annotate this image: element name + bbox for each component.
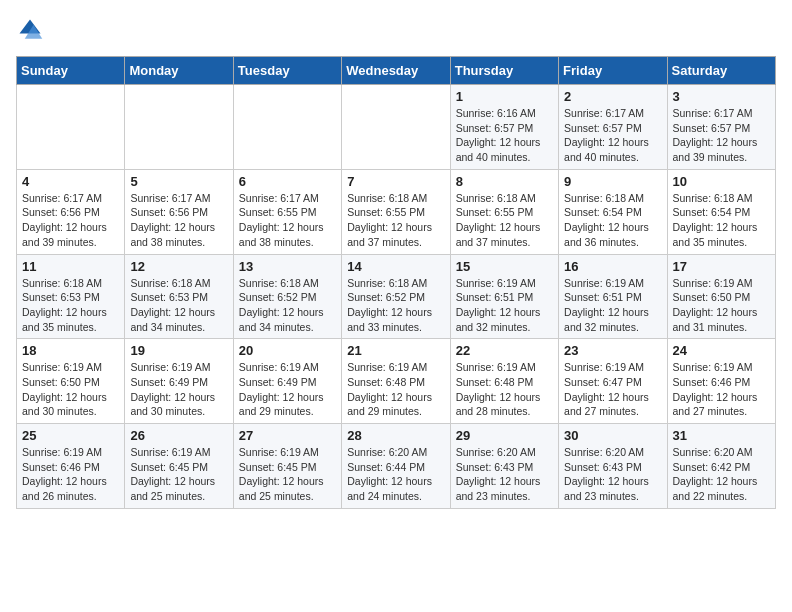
day-info: Sunrise: 6:19 AM Sunset: 6:48 PM Dayligh… [347,360,444,419]
calendar-cell: 10Sunrise: 6:18 AM Sunset: 6:54 PM Dayli… [667,169,775,254]
calendar-cell: 20Sunrise: 6:19 AM Sunset: 6:49 PM Dayli… [233,339,341,424]
day-number: 15 [456,259,553,274]
calendar-cell: 17Sunrise: 6:19 AM Sunset: 6:50 PM Dayli… [667,254,775,339]
day-info: Sunrise: 6:17 AM Sunset: 6:55 PM Dayligh… [239,191,336,250]
calendar-cell: 4Sunrise: 6:17 AM Sunset: 6:56 PM Daylig… [17,169,125,254]
day-info: Sunrise: 6:19 AM Sunset: 6:45 PM Dayligh… [130,445,227,504]
day-info: Sunrise: 6:18 AM Sunset: 6:52 PM Dayligh… [347,276,444,335]
header [16,16,776,44]
weekday-header-friday: Friday [559,57,667,85]
calendar-cell: 8Sunrise: 6:18 AM Sunset: 6:55 PM Daylig… [450,169,558,254]
calendar-cell: 30Sunrise: 6:20 AM Sunset: 6:43 PM Dayli… [559,424,667,509]
calendar-cell: 25Sunrise: 6:19 AM Sunset: 6:46 PM Dayli… [17,424,125,509]
calendar-week-row: 4Sunrise: 6:17 AM Sunset: 6:56 PM Daylig… [17,169,776,254]
calendar-week-row: 1Sunrise: 6:16 AM Sunset: 6:57 PM Daylig… [17,85,776,170]
day-info: Sunrise: 6:19 AM Sunset: 6:48 PM Dayligh… [456,360,553,419]
day-number: 31 [673,428,770,443]
day-number: 17 [673,259,770,274]
day-info: Sunrise: 6:20 AM Sunset: 6:42 PM Dayligh… [673,445,770,504]
day-number: 2 [564,89,661,104]
day-number: 8 [456,174,553,189]
calendar-cell: 3Sunrise: 6:17 AM Sunset: 6:57 PM Daylig… [667,85,775,170]
day-number: 24 [673,343,770,358]
day-number: 19 [130,343,227,358]
logo [16,16,48,44]
calendar-week-row: 25Sunrise: 6:19 AM Sunset: 6:46 PM Dayli… [17,424,776,509]
day-number: 20 [239,343,336,358]
day-info: Sunrise: 6:16 AM Sunset: 6:57 PM Dayligh… [456,106,553,165]
day-number: 1 [456,89,553,104]
day-info: Sunrise: 6:19 AM Sunset: 6:49 PM Dayligh… [130,360,227,419]
calendar-cell: 9Sunrise: 6:18 AM Sunset: 6:54 PM Daylig… [559,169,667,254]
calendar-week-row: 11Sunrise: 6:18 AM Sunset: 6:53 PM Dayli… [17,254,776,339]
calendar-cell [17,85,125,170]
day-info: Sunrise: 6:18 AM Sunset: 6:55 PM Dayligh… [347,191,444,250]
calendar-table: SundayMondayTuesdayWednesdayThursdayFrid… [16,56,776,509]
calendar-cell: 14Sunrise: 6:18 AM Sunset: 6:52 PM Dayli… [342,254,450,339]
calendar-cell: 31Sunrise: 6:20 AM Sunset: 6:42 PM Dayli… [667,424,775,509]
day-info: Sunrise: 6:19 AM Sunset: 6:47 PM Dayligh… [564,360,661,419]
weekday-header-saturday: Saturday [667,57,775,85]
calendar-cell: 21Sunrise: 6:19 AM Sunset: 6:48 PM Dayli… [342,339,450,424]
day-info: Sunrise: 6:18 AM Sunset: 6:54 PM Dayligh… [673,191,770,250]
day-number: 7 [347,174,444,189]
day-number: 21 [347,343,444,358]
weekday-header-sunday: Sunday [17,57,125,85]
day-info: Sunrise: 6:17 AM Sunset: 6:56 PM Dayligh… [22,191,119,250]
weekday-header-tuesday: Tuesday [233,57,341,85]
day-info: Sunrise: 6:18 AM Sunset: 6:53 PM Dayligh… [22,276,119,335]
calendar-cell [233,85,341,170]
day-info: Sunrise: 6:19 AM Sunset: 6:46 PM Dayligh… [22,445,119,504]
day-number: 9 [564,174,661,189]
weekday-header-monday: Monday [125,57,233,85]
calendar-cell: 28Sunrise: 6:20 AM Sunset: 6:44 PM Dayli… [342,424,450,509]
calendar-cell [342,85,450,170]
day-info: Sunrise: 6:19 AM Sunset: 6:50 PM Dayligh… [673,276,770,335]
calendar-cell: 1Sunrise: 6:16 AM Sunset: 6:57 PM Daylig… [450,85,558,170]
day-info: Sunrise: 6:18 AM Sunset: 6:52 PM Dayligh… [239,276,336,335]
weekday-header-thursday: Thursday [450,57,558,85]
day-info: Sunrise: 6:19 AM Sunset: 6:50 PM Dayligh… [22,360,119,419]
day-number: 16 [564,259,661,274]
day-info: Sunrise: 6:17 AM Sunset: 6:56 PM Dayligh… [130,191,227,250]
calendar-cell: 16Sunrise: 6:19 AM Sunset: 6:51 PM Dayli… [559,254,667,339]
calendar-cell: 15Sunrise: 6:19 AM Sunset: 6:51 PM Dayli… [450,254,558,339]
day-info: Sunrise: 6:17 AM Sunset: 6:57 PM Dayligh… [564,106,661,165]
calendar-body: 1Sunrise: 6:16 AM Sunset: 6:57 PM Daylig… [17,85,776,509]
calendar-cell: 23Sunrise: 6:19 AM Sunset: 6:47 PM Dayli… [559,339,667,424]
calendar-cell: 11Sunrise: 6:18 AM Sunset: 6:53 PM Dayli… [17,254,125,339]
day-info: Sunrise: 6:17 AM Sunset: 6:57 PM Dayligh… [673,106,770,165]
calendar-cell [125,85,233,170]
day-number: 11 [22,259,119,274]
day-info: Sunrise: 6:19 AM Sunset: 6:51 PM Dayligh… [456,276,553,335]
day-number: 18 [22,343,119,358]
day-info: Sunrise: 6:20 AM Sunset: 6:44 PM Dayligh… [347,445,444,504]
day-number: 13 [239,259,336,274]
day-info: Sunrise: 6:19 AM Sunset: 6:51 PM Dayligh… [564,276,661,335]
day-number: 3 [673,89,770,104]
weekday-header-wednesday: Wednesday [342,57,450,85]
day-info: Sunrise: 6:19 AM Sunset: 6:46 PM Dayligh… [673,360,770,419]
day-info: Sunrise: 6:19 AM Sunset: 6:45 PM Dayligh… [239,445,336,504]
day-number: 27 [239,428,336,443]
day-number: 14 [347,259,444,274]
day-info: Sunrise: 6:19 AM Sunset: 6:49 PM Dayligh… [239,360,336,419]
day-number: 10 [673,174,770,189]
day-number: 23 [564,343,661,358]
day-info: Sunrise: 6:18 AM Sunset: 6:55 PM Dayligh… [456,191,553,250]
day-number: 26 [130,428,227,443]
day-info: Sunrise: 6:20 AM Sunset: 6:43 PM Dayligh… [564,445,661,504]
calendar-week-row: 18Sunrise: 6:19 AM Sunset: 6:50 PM Dayli… [17,339,776,424]
calendar-cell: 18Sunrise: 6:19 AM Sunset: 6:50 PM Dayli… [17,339,125,424]
day-info: Sunrise: 6:18 AM Sunset: 6:54 PM Dayligh… [564,191,661,250]
day-number: 25 [22,428,119,443]
day-number: 5 [130,174,227,189]
day-number: 12 [130,259,227,274]
calendar-cell: 29Sunrise: 6:20 AM Sunset: 6:43 PM Dayli… [450,424,558,509]
weekday-header-row: SundayMondayTuesdayWednesdayThursdayFrid… [17,57,776,85]
calendar-cell: 24Sunrise: 6:19 AM Sunset: 6:46 PM Dayli… [667,339,775,424]
day-number: 30 [564,428,661,443]
day-number: 6 [239,174,336,189]
calendar-cell: 12Sunrise: 6:18 AM Sunset: 6:53 PM Dayli… [125,254,233,339]
calendar-cell: 13Sunrise: 6:18 AM Sunset: 6:52 PM Dayli… [233,254,341,339]
